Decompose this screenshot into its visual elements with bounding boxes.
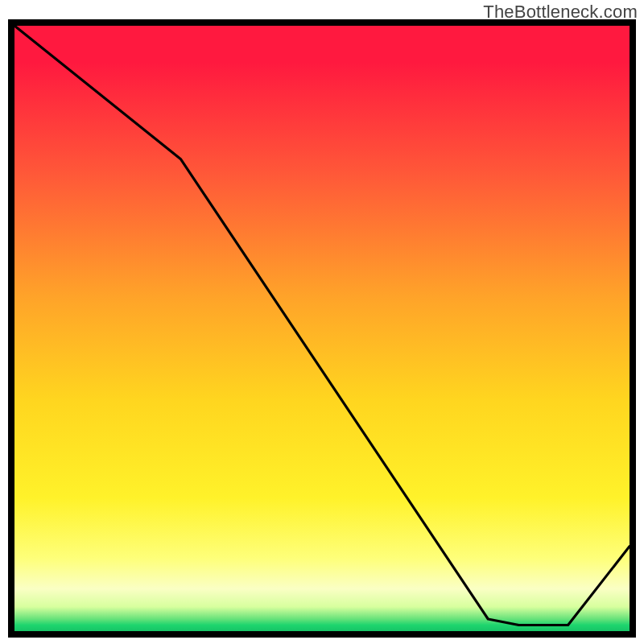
- chart-stage: TheBottleneck.com: [0, 0, 644, 644]
- bottleneck-line: [14, 26, 630, 631]
- plot-area: [14, 26, 630, 631]
- watermark-text: TheBottleneck.com: [483, 2, 638, 23]
